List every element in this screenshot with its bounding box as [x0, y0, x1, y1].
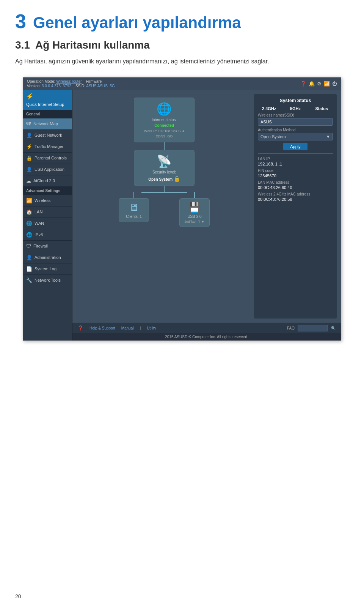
wireless-mac-label: Wireless 2.4GHz MAC address [258, 192, 333, 196]
connector-router-branches [164, 186, 165, 192]
lan-ip-label: LAN IP [258, 157, 333, 161]
security-level-label: Security level: [152, 170, 176, 174]
system-log-label: System Log [35, 266, 56, 271]
aicloud-label: AiCloud 2.0 [33, 178, 55, 183]
ssid-value: ASUS [258, 118, 333, 126]
help-icon: ❓ [78, 325, 83, 331]
ssid-label: Wireless name(SSID) [258, 113, 333, 117]
router-top-bar: Operation Mode: Wireless router Firmware… [23, 77, 341, 90]
internet-status-value: Connected [154, 123, 174, 128]
general-section-label: General [26, 112, 40, 116]
traffic-manager-label: Traffic Manager [35, 144, 63, 149]
firewall-label: Firewall [33, 244, 48, 249]
page-number: 20 [15, 593, 21, 599]
branch-connector: 🖥 Clients: 1 💾 USB 2.0 JetFlas [122, 192, 206, 227]
sidebar-item-guest-network[interactable]: 👤 Guest Network [23, 130, 72, 141]
network-tools-icon: 🔧 [26, 277, 32, 283]
auth-method-label: Authentication Method [258, 128, 333, 132]
sidebar-item-network-tools[interactable]: 🔧 Network Tools [23, 275, 72, 286]
clients-node[interactable]: 🖥 Clients: 1 [119, 198, 149, 222]
sidebar-item-network-map[interactable]: 🗺 Network Map [23, 118, 72, 130]
section-title: Ağ Haritasını kullanma [35, 39, 150, 51]
status-col-label: Status [311, 106, 333, 111]
security-lock-icon: 🔓 [174, 176, 180, 182]
connector-internet-router [164, 142, 165, 150]
usb-node[interactable]: 💾 USB 2.0 JetFlash T ▼ [179, 198, 210, 227]
connector-usb [194, 192, 195, 198]
sidebar-item-administration[interactable]: 👤 Administration [23, 252, 72, 263]
section-number: 3.1 [15, 39, 30, 51]
settings-icon: ⚙ [317, 81, 322, 87]
pin-code-value: 12345670 [258, 173, 333, 178]
sidebar-item-lan[interactable]: 🏠 LAN [23, 207, 72, 218]
lan-ip-field: LAN IP 192.168. 1 .1 [258, 157, 333, 166]
usb-branch: 💾 USB 2.0 JetFlash T ▼ [179, 192, 210, 227]
network-map-nodes: 🌐 Internet status: Connected WAN IP: 192… [76, 94, 252, 319]
router-ui-screenshot: Operation Mode: Wireless router Firmware… [23, 77, 341, 341]
auth-method-select[interactable]: Open System ▼ [258, 133, 333, 140]
router-body: ⚡ Quick Internet Setup General 🗺 Network… [23, 90, 341, 341]
clients-label: Clients: 1 [126, 214, 142, 219]
wireless-icon: 📶 [26, 198, 32, 203]
sidebar-item-aicloud[interactable]: ☁ AiCloud 2.0 [23, 175, 72, 187]
usb-label: USB 2.0 [187, 214, 201, 219]
system-status-title: System Status [258, 98, 333, 103]
faq-label: FAQ [287, 326, 295, 330]
faq-search-icon[interactable]: 🔍 [331, 326, 336, 330]
sidebar-item-wan[interactable]: 🌐 WAN [23, 218, 72, 229]
faq-area: FAQ 🔍 [287, 325, 336, 331]
internet-globe-icon: 🌐 [157, 102, 172, 116]
sidebar-item-system-log[interactable]: 📄 System Log [23, 263, 72, 275]
pin-code-field: PIN code 12345670 [258, 169, 333, 178]
sidebar-item-usb-application[interactable]: 👤 USB Application [23, 164, 72, 175]
ssid-field: Wireless name(SSID) ASUS [258, 113, 333, 126]
chapter-number: 3 [15, 11, 26, 31]
dropdown-arrow-icon: ▼ [326, 134, 330, 139]
ipv6-icon: 🌐 [26, 232, 32, 238]
quick-setup-label: Quick Internet Setup [26, 102, 64, 107]
wireless-mac-field: Wireless 2.4GHz MAC address 00:0C:43:76:… [258, 192, 333, 202]
internet-node[interactable]: 🌐 Internet status: Connected WAN IP: 192… [134, 98, 195, 142]
sidebar-section-advanced: Advanced Settings [23, 187, 72, 195]
auth-method-field: Authentication Method Open System ▼ [258, 128, 333, 140]
internet-status-label: Internet status: [152, 118, 177, 122]
advanced-section-label: Advanced Settings [26, 189, 60, 193]
manual-link[interactable]: Manual [121, 326, 134, 330]
traffic-manager-icon: ⚡ [26, 144, 32, 150]
bottom-left-links: ❓ Help & Support Manual | Utility [78, 325, 156, 331]
apply-button[interactable]: Apply [283, 143, 308, 150]
router-bottom-bar: ❓ Help & Support Manual | Utility FAQ 🔍 [72, 323, 341, 333]
quick-setup-icon: ⚡ [26, 93, 34, 100]
question-icon: ❓ [300, 81, 306, 87]
sidebar-item-quick-setup[interactable]: ⚡ Quick Internet Setup [23, 90, 72, 110]
usb-drive-icon: 💾 [188, 202, 201, 213]
router-icon: 📡 [157, 154, 172, 169]
section-header: 3.1 Ağ Haritasını kullanma [0, 35, 364, 54]
sidebar-item-parental-controls[interactable]: 🔒 Parental Controls [23, 153, 72, 164]
pin-code-label: PIN code [258, 169, 333, 173]
utility-link[interactable]: Utility [147, 326, 156, 330]
separator: | [140, 326, 141, 330]
sidebar-item-firewall[interactable]: 🛡 Firewall [23, 241, 72, 252]
usb-application-label: USB Application [35, 167, 64, 172]
wireless-mac-value: 00:0C:43:76:20:58 [258, 197, 333, 202]
version-ssid: Version: 3.0.0.4.376_3792 SSID: ASUS ASU… [27, 84, 115, 88]
lan-label: LAN [35, 210, 42, 214]
firewall-icon: 🛡 [26, 243, 31, 249]
freq-24-label: 2.4GHz [258, 106, 280, 111]
system-status-panel: System Status 2.4GHz 5GHz Status Wireles… [254, 94, 337, 319]
network-map-icon: 🗺 [26, 121, 31, 127]
network-tools-label: Network Tools [35, 278, 61, 283]
sidebar-item-wireless[interactable]: 📶 Wireless [23, 195, 72, 207]
sidebar-item-ipv6[interactable]: 🌐 IPv6 [23, 229, 72, 241]
router-node[interactable]: 📡 Security level: Open System 🔓 [134, 150, 195, 186]
sidebar-item-traffic-manager[interactable]: ⚡ Traffic Manager [23, 141, 72, 153]
faq-search-input[interactable] [298, 325, 328, 331]
firmware-info: Operation Mode: Wireless router Firmware… [27, 79, 115, 88]
sidebar: ⚡ Quick Internet Setup General 🗺 Network… [23, 90, 72, 341]
frequency-header: 2.4GHz 5GHz Status [258, 106, 333, 111]
ipv6-label: IPv6 [35, 232, 43, 237]
horizontal-line [141, 192, 187, 193]
top-bar-icons: ❓ 🔔 ⚙ 📶 ⏻ [300, 81, 337, 87]
clients-branch: 🖥 Clients: 1 [119, 192, 149, 227]
